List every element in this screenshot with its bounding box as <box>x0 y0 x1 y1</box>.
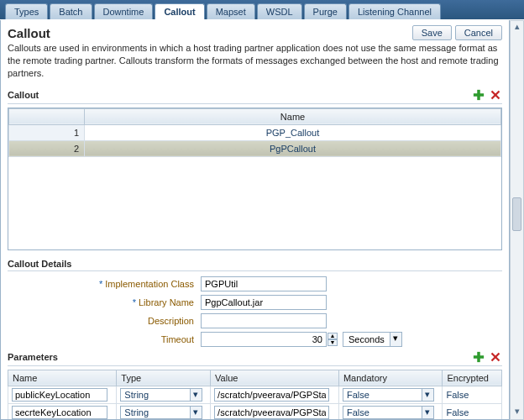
param-type-select[interactable]: String▾ <box>120 406 202 419</box>
scroll-thumb[interactable] <box>512 197 521 231</box>
description-input[interactable] <box>201 313 327 328</box>
row-name: PgPCallout <box>85 140 501 156</box>
tab-wsdl[interactable]: WSDL <box>257 3 302 19</box>
chevron-down-icon: ▾ <box>422 389 433 401</box>
tab-listening-channel[interactable]: Listening Channel <box>348 3 441 19</box>
timeout-stepper[interactable]: ▲ ▼ <box>201 332 338 347</box>
param-col-mandatory: Mandatory <box>338 370 442 386</box>
save-button[interactable]: Save <box>412 25 452 40</box>
param-mandatory-select[interactable]: False▾ <box>343 388 434 402</box>
table-row[interactable]: 1PGP_Callout <box>9 124 501 140</box>
tab-bar: Types Batch Downtime Callout Mapset WSDL… <box>0 0 524 19</box>
param-type-select[interactable]: String▾ <box>120 388 202 402</box>
parameters-table: Name Type Value Mandatory Encrypted Stri… <box>8 370 502 420</box>
impl-class-label: Implementation Class <box>8 279 201 289</box>
tab-callout[interactable]: Callout <box>155 3 204 19</box>
add-parameter-icon[interactable] <box>472 350 485 364</box>
chevron-down-icon: ▾ <box>390 333 401 346</box>
scroll-down-icon[interactable]: ▾ <box>511 406 523 419</box>
param-name-input[interactable] <box>12 388 107 402</box>
impl-class-input[interactable] <box>201 276 327 291</box>
timeout-input[interactable] <box>201 332 327 347</box>
timeout-unit-value: Seconds <box>343 333 390 346</box>
library-name-label: Library Name <box>8 297 201 307</box>
chevron-down-icon: ▾ <box>422 407 433 418</box>
param-mandatory-select[interactable]: False▾ <box>343 406 434 419</box>
timeout-down-icon[interactable]: ▼ <box>328 339 338 346</box>
callout-details-heading: Callout Details <box>8 259 71 269</box>
row-index: 2 <box>9 140 85 156</box>
callout-col-index <box>9 108 85 124</box>
svg-rect-5 <box>474 355 484 359</box>
table-row[interactable]: String▾False▾False <box>8 403 502 420</box>
page-description: Callouts are used in environments in whi… <box>8 42 502 80</box>
delete-callout-icon[interactable] <box>489 88 502 102</box>
param-col-type: Type <box>117 370 211 386</box>
tab-mapset[interactable]: Mapset <box>207 3 255 19</box>
chevron-down-icon: ▾ <box>190 389 202 401</box>
tab-batch[interactable]: Batch <box>50 3 92 19</box>
cancel-button[interactable]: Cancel <box>455 25 502 40</box>
param-col-name: Name <box>8 370 117 386</box>
description-label: Description <box>8 316 201 326</box>
row-index: 1 <box>9 124 85 140</box>
param-encrypted-value: False <box>443 403 502 420</box>
scroll-up-icon[interactable]: ▴ <box>511 21 523 34</box>
tab-purge[interactable]: Purge <box>304 3 347 19</box>
svg-rect-1 <box>474 93 484 97</box>
param-value-input[interactable] <box>214 406 329 419</box>
param-col-encrypted: Encrypted <box>443 370 502 386</box>
param-encrypted-value: False <box>443 386 502 403</box>
row-name: PGP_Callout <box>85 124 501 140</box>
callout-table: Name 1PGP_Callout2PgPCallout <box>8 108 502 250</box>
param-name-input[interactable] <box>12 406 107 419</box>
vertical-scrollbar[interactable]: ▴ ▾ <box>510 20 524 420</box>
table-row[interactable]: String▾False▾False <box>8 386 502 403</box>
callout-col-name: Name <box>85 108 501 124</box>
content-area: Callout Save Cancel Callouts are used in… <box>0 20 510 420</box>
timeout-unit-select[interactable]: Seconds ▾ <box>343 332 402 347</box>
chevron-down-icon: ▾ <box>190 407 202 418</box>
library-name-input[interactable] <box>201 295 327 310</box>
add-callout-icon[interactable] <box>472 88 485 102</box>
tab-downtime[interactable]: Downtime <box>94 3 154 19</box>
callout-section-heading: Callout <box>8 90 39 100</box>
tab-types[interactable]: Types <box>5 3 48 19</box>
parameters-heading: Parameters <box>8 352 58 362</box>
delete-parameter-icon[interactable] <box>489 350 502 364</box>
param-value-input[interactable] <box>214 388 329 402</box>
table-row[interactable]: 2PgPCallout <box>9 140 501 156</box>
page-title: Callout <box>8 26 409 40</box>
timeout-label: Timeout <box>8 334 201 344</box>
timeout-up-icon[interactable]: ▲ <box>328 333 338 339</box>
param-col-value: Value <box>211 370 339 386</box>
